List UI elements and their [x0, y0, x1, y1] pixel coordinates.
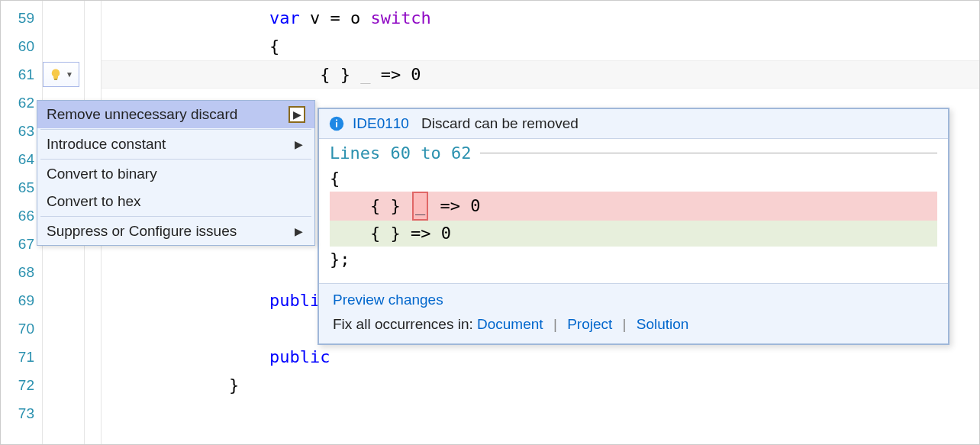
lightbulb-icon	[49, 68, 63, 82]
menu-item-convert-to-binary[interactable]: Convert to binary	[37, 160, 314, 188]
fix-scope-document-link[interactable]: Document	[477, 316, 543, 332]
line-number: 67	[1, 230, 42, 258]
quick-actions-menu: Remove unnecessary discard ▶ Introduce c…	[37, 100, 315, 246]
diff-added-line: { } => 0	[330, 221, 937, 247]
code-text: { }	[320, 65, 360, 84]
keyword-public: public	[269, 347, 330, 366]
separator: |	[553, 316, 557, 332]
diff-context-line: };	[330, 247, 937, 272]
diff-removed-token: _	[412, 192, 428, 221]
diagnostic-message: Discard can be removed	[421, 115, 579, 132]
line-number: 59	[1, 4, 42, 32]
preview-changes-link[interactable]: Preview changes	[333, 292, 443, 308]
svg-rect-3	[336, 120, 337, 121]
code-text: }	[229, 376, 239, 395]
chevron-down-icon: ▼	[66, 70, 73, 79]
menu-separator	[40, 129, 311, 130]
info-icon	[328, 115, 345, 132]
code-text: {	[269, 37, 279, 56]
line-number: 62	[1, 89, 42, 117]
discard-token: _	[360, 65, 370, 84]
menu-item-label: Convert to binary	[47, 166, 157, 182]
menu-item-label: Suppress or Configure issues	[47, 223, 237, 240]
menu-item-remove-unnecessary-discard[interactable]: Remove unnecessary discard ▶	[37, 101, 314, 128]
keyword-switch: switch	[370, 8, 430, 27]
line-number: 69	[1, 286, 42, 314]
menu-item-introduce-constant[interactable]: Introduce constant ▶	[37, 131, 314, 158]
submenu-arrow-icon: ▶	[289, 106, 305, 123]
divider	[480, 153, 937, 153]
line-number: 61	[1, 60, 42, 89]
line-number: 63	[1, 117, 42, 145]
line-number: 71	[1, 343, 42, 371]
code-fix-preview-panel: IDE0110 Discard can be removed Lines 60 …	[318, 108, 949, 345]
code-text: v = o	[300, 8, 371, 27]
menu-separator	[40, 159, 311, 160]
line-number: 73	[1, 399, 42, 427]
code-text: => 0	[370, 65, 421, 84]
fix-scope-solution-link[interactable]: Solution	[637, 316, 689, 332]
menu-item-suppress-or-configure[interactable]: Suppress or Configure issues ▶	[37, 218, 314, 245]
svg-rect-2	[336, 122, 337, 127]
line-number: 68	[1, 258, 42, 286]
diff-range-label: Lines 60 to 62	[330, 143, 471, 163]
fix-scope-project-link[interactable]: Project	[567, 316, 612, 332]
menu-item-convert-to-hex[interactable]: Convert to hex	[37, 188, 314, 215]
menu-item-label: Introduce constant	[47, 136, 166, 153]
menu-item-label: Convert to hex	[47, 193, 141, 210]
diff-context-line: {	[330, 166, 937, 192]
diagnostic-id[interactable]: IDE0110	[353, 115, 409, 132]
preview-diff: Lines 60 to 62 { { } _ => 0 { } => 0 };	[319, 139, 948, 283]
submenu-arrow-icon: ▶	[292, 138, 305, 150]
menu-item-label: Remove unnecessary discard	[47, 106, 237, 123]
fix-occurrences-label: Fix all occurrences in:	[333, 316, 477, 332]
keyword-var: var	[269, 8, 300, 27]
line-number: 70	[1, 314, 42, 343]
preview-footer: Preview changes Fix all occurrences in: …	[319, 283, 948, 343]
submenu-arrow-icon: ▶	[292, 225, 305, 237]
diff-removed-line: { } _ => 0	[330, 192, 937, 221]
line-number: 65	[1, 173, 42, 202]
separator: |	[623, 316, 627, 332]
lightbulb-button[interactable]: ▼	[43, 62, 79, 87]
menu-separator	[40, 216, 311, 217]
preview-header: IDE0110 Discard can be removed	[319, 109, 948, 139]
line-number: 64	[1, 145, 42, 173]
line-number: 60	[1, 32, 42, 60]
line-number: 72	[1, 371, 42, 399]
line-number: 66	[1, 202, 42, 230]
svg-rect-0	[54, 79, 58, 80]
